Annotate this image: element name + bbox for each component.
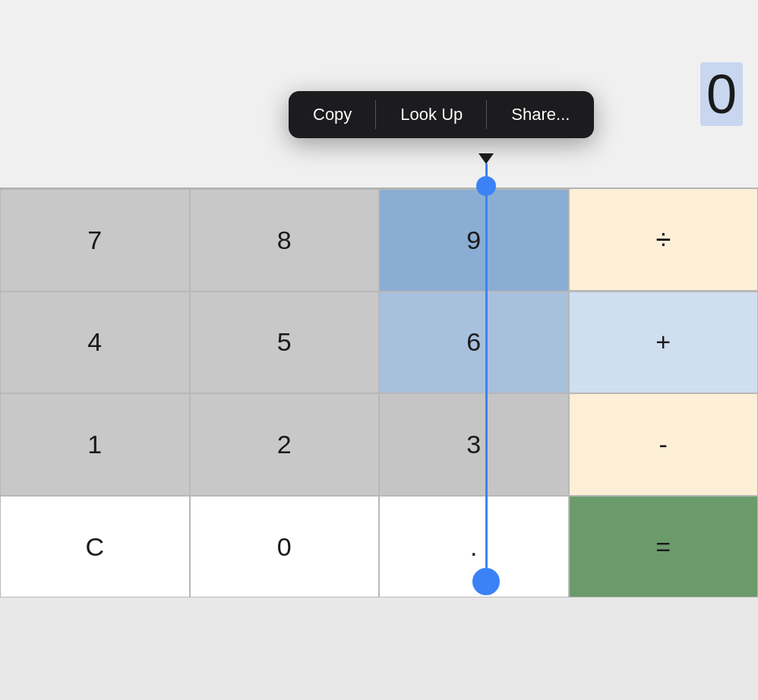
context-menu: Copy Look Up Share... <box>289 91 594 138</box>
btn-7[interactable]: 7 <box>0 189 190 292</box>
selection-line <box>485 163 488 581</box>
svg-marker-0 <box>478 153 494 164</box>
btn-divide[interactable]: ÷ <box>569 188 758 291</box>
context-menu-copy[interactable]: Copy <box>289 91 376 138</box>
btn-clear[interactable]: C <box>0 496 190 598</box>
btn-add[interactable]: + <box>569 292 759 394</box>
btn-3[interactable]: 3 <box>379 393 569 496</box>
btn-subtract[interactable]: - <box>569 393 759 496</box>
btn-6[interactable]: 6 <box>379 292 569 394</box>
context-menu-share[interactable]: Share... <box>487 91 594 138</box>
btn-5[interactable]: 5 <box>190 292 380 394</box>
context-menu-arrow <box>478 153 494 164</box>
btn-2[interactable]: 2 <box>190 393 380 496</box>
context-menu-lookup[interactable]: Look Up <box>376 91 487 138</box>
btn-4[interactable]: 4 <box>0 292 190 394</box>
selection-handle-bottom[interactable] <box>472 568 500 595</box>
btn-8[interactable]: 8 <box>190 189 380 292</box>
btn-1[interactable]: 1 <box>0 393 190 496</box>
btn-0[interactable]: 0 <box>190 496 380 598</box>
display-selected-digit: 0 <box>700 62 743 126</box>
display-number: 0 <box>700 63 743 125</box>
btn-9[interactable]: 9 <box>379 189 569 292</box>
btn-equals[interactable]: = <box>569 496 759 598</box>
selection-handle-top[interactable] <box>476 176 496 196</box>
